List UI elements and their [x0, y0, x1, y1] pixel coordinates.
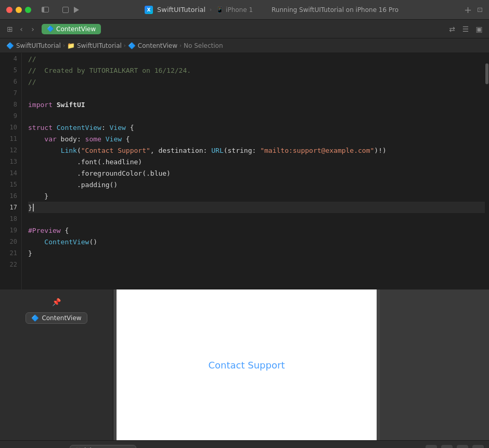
code-text-area[interactable]: // // Created by TUTORIALKART on 16/12/2…	[22, 53, 485, 289]
code-line-22	[28, 259, 485, 270]
code-line-19: #Preview {	[28, 225, 485, 236]
zoom-full-button[interactable]: ⤢	[472, 445, 484, 449]
project-name: SwiftUITutorial	[157, 6, 205, 14]
contact-support-text[interactable]: Contact Support	[209, 360, 285, 371]
forward-icon[interactable]: ›	[28, 24, 37, 34]
code-line-11: var body: some View {	[28, 133, 485, 144]
inspector-bottom-icon[interactable]: ◫	[46, 446, 55, 449]
code-line-8: import SwiftUI	[28, 99, 485, 110]
toolbar-right: ⇄ ☰ ▣	[447, 24, 484, 34]
phone-screen: Contact Support	[117, 289, 377, 440]
preview-sidebar: 📌 🔷 ContentView	[0, 289, 113, 440]
xcode-icon: X	[145, 6, 153, 14]
code-line-17: }	[28, 202, 485, 213]
phone-screen-wrapper: Contact Support	[113, 289, 380, 440]
toolbar-nav: ⊞ ‹ ›	[5, 24, 37, 34]
back-icon[interactable]: ‹	[17, 24, 26, 34]
play-icon[interactable]	[74, 7, 79, 13]
titlebar-right: + ⊡	[464, 4, 483, 15]
traffic-lights	[6, 7, 31, 13]
editor-scrollbar[interactable]	[485, 53, 489, 289]
code-line-9	[28, 110, 485, 122]
code-line-5: // Created by TUTORIALKART on 16/12/24.	[28, 64, 485, 76]
titlebar: X SwiftUITutorial › 📱 iPhone 1 Running S…	[0, 0, 489, 20]
pin-icon[interactable]: 📌	[52, 297, 62, 307]
code-line-7	[28, 87, 485, 99]
grid-icon[interactable]: ⊞	[5, 24, 15, 34]
preview-icons-row: 📌	[52, 297, 62, 307]
bottom-zoom-controls: － = ＋ ⤢	[426, 445, 484, 449]
code-line-12: Link("Contact Support", destination: URL…	[28, 144, 485, 156]
play-circle-icon[interactable]: ▶	[5, 446, 15, 449]
preview-badge-label: ContentView	[42, 314, 81, 322]
minimize-button[interactable]	[16, 7, 22, 13]
titlebar-center: X SwiftUITutorial › 📱 iPhone 1 Running S…	[83, 6, 460, 14]
preview-right-panel	[380, 289, 489, 440]
maximize-button[interactable]	[25, 7, 31, 13]
code-line-15: .padding()	[28, 179, 485, 190]
breadcrumb-project[interactable]: SwiftUITutorial	[16, 42, 61, 49]
code-line-13: .font(.headline)	[28, 156, 485, 167]
code-editor[interactable]: 4 5 6 7 8 9 10 11 12 13 14 15 16 17 18 1…	[0, 53, 489, 289]
breadcrumb-chevron: ›	[210, 7, 212, 12]
bottom-icons: ▶ ⊞ ⊟ ◫	[5, 446, 55, 449]
sidebar-toggle-icons	[42, 7, 49, 12]
grid-view-icon[interactable]: ⊞	[19, 446, 28, 449]
settings-icon[interactable]: ⊟	[32, 446, 42, 449]
code-line-10: struct ContentView: View {	[28, 122, 485, 133]
code-line-4: //	[28, 53, 485, 64]
code-line-16: }	[28, 190, 485, 202]
breadcrumb-file[interactable]: ContentView	[138, 42, 177, 49]
breadcrumb-bar: 🔷 SwiftUITutorial › 📁 SwiftUITutorial › …	[0, 38, 489, 53]
code-line-20: ContentView()	[28, 236, 485, 247]
stop-icon[interactable]	[62, 7, 69, 13]
active-tab-label: ContentView	[56, 25, 96, 33]
bottom-bar: ▶ ⊞ ⊟ ◫ 📱 iPhone 16 Pro ▾ － = ＋ ⤢	[0, 440, 489, 448]
zoom-fit-button[interactable]: =	[441, 445, 453, 449]
code-line-18	[28, 213, 485, 225]
preview-badge[interactable]: 🔷 ContentView	[25, 312, 87, 324]
zoom-in-button[interactable]: ＋	[457, 445, 468, 449]
breadcrumb-folder[interactable]: SwiftUITutorial	[77, 42, 122, 49]
code-line-6: //	[28, 76, 485, 87]
code-line-21: }	[28, 247, 485, 259]
breadcrumb-selection: No Selection	[184, 42, 223, 49]
breadcrumb-item-1[interactable]: 🔷	[6, 42, 14, 49]
simulator-info: Running SwiftUITutorial on iPhone 16 Pro	[272, 6, 398, 14]
inspector-icon[interactable]: ▣	[474, 24, 484, 34]
device-selector[interactable]: 📱 iPhone 16 Pro ▾	[70, 445, 136, 449]
line-gutter: 4 5 6 7 8 9 10 11 12 13 14 15 16 17 18 1…	[0, 53, 22, 289]
list-icon[interactable]: ☰	[461, 24, 470, 34]
simulator-device: iPhone 1	[226, 6, 253, 14]
sidebar-icon[interactable]	[42, 7, 49, 12]
preview-area: 📌 🔷 ContentView Contact Support	[0, 289, 489, 440]
close-button[interactable]	[6, 7, 12, 13]
code-line-14: .foregroundColor(.blue)	[28, 167, 485, 179]
line-numbers: 4 5 6 7 8 9 10 11 12 13 14 15 16 17 18 1…	[0, 53, 21, 270]
split-icon[interactable]: ⇄	[447, 24, 457, 34]
add-icon[interactable]: +	[464, 4, 472, 15]
zoom-out-button[interactable]: －	[426, 445, 437, 449]
layout-icon[interactable]: ⊡	[477, 6, 483, 14]
toolbar: ⊞ ‹ › 🔷 ContentView ⇄ ☰ ▣	[0, 20, 489, 38]
scrollbar-thumb[interactable]	[485, 63, 488, 84]
preview-badge-icon: 🔷	[31, 314, 39, 322]
active-file-tab[interactable]: 🔷 ContentView	[42, 24, 101, 34]
